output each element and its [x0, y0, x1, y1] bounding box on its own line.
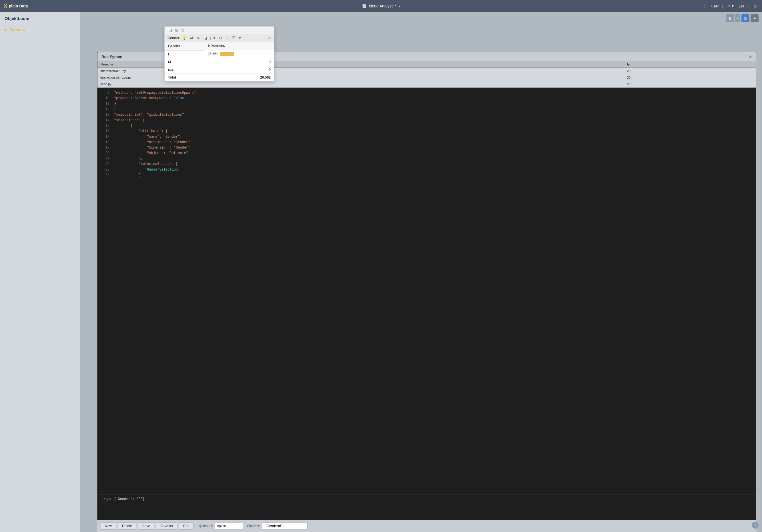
panel-close-button[interactable]: ✕: [749, 55, 752, 59]
code-line: 9 "method": "setPropagateSelectionsUpwar…: [98, 90, 756, 96]
save-as-button[interactable]: Save as: [156, 522, 177, 530]
code-line: 11 },: [98, 101, 756, 106]
popup-tab-bar-chart[interactable]: 📊: [167, 28, 173, 33]
popup-title: Gender: [168, 36, 180, 40]
navbar: X plain Data 📄 Neue Analyse * ▾ ⌂ user |…: [0, 0, 762, 12]
output-text: args: {'Gender': 'F'}: [102, 497, 145, 501]
gender-na-value: 0: [204, 66, 274, 73]
code-line: 24 ]: [98, 172, 756, 178]
total-row: Total 26.562: [165, 73, 274, 81]
popup-list-button[interactable]: ☰: [231, 35, 236, 40]
popup-tab-table[interactable]: ⊞: [174, 28, 179, 33]
gender-f-label: F: [165, 50, 204, 58]
new-button[interactable]: New: [101, 522, 116, 530]
popup-toolbar: 📊 ⊞ ▽: [165, 27, 274, 34]
main-layout: Objektbaum ▶ Patients 🗑 ▾ S + 📊 ⊞ ▽ G: [0, 12, 762, 532]
gender-f-bar: [220, 52, 234, 56]
popup-plus-button[interactable]: ⊕: [225, 35, 230, 40]
file-date-cell: 20: [624, 68, 756, 74]
gender-na-label: n.a.: [165, 66, 204, 73]
gender-m-value: 0: [204, 58, 274, 66]
delete-button[interactable]: 🗑: [726, 14, 734, 22]
pip-input[interactable]: [215, 523, 243, 529]
sidebar-header: Objektbaum: [0, 12, 80, 25]
pip-label: pip install:: [197, 524, 213, 528]
gender-f-value: 26.562: [204, 50, 274, 58]
nav-separator2: |: [747, 4, 748, 8]
sidebar: Objektbaum ▶ Patients: [0, 12, 80, 532]
content-area: 🗑 ▾ S + 📊 ⊞ ▽ Gender 💡 ⇄ % 📊 |: [80, 12, 762, 532]
save-button[interactable]: Save: [138, 522, 154, 530]
sidebar-item-label: Patients: [9, 28, 25, 32]
popup-list-dropdown[interactable]: ▾: [238, 35, 242, 40]
popup-lightbulb-button[interactable]: 💡: [181, 35, 188, 40]
total-label: Total: [165, 73, 204, 81]
nav-lang-label: EN: [739, 4, 744, 8]
navbar-right: ⌂ user | ≡ ▾ EN | ⊕: [702, 3, 759, 9]
add-button[interactable]: +: [751, 14, 759, 22]
doc-title[interactable]: Neue Analyse *: [369, 4, 397, 8]
s-button[interactable]: S: [741, 14, 749, 22]
dropdown-button[interactable]: ▾: [735, 14, 740, 22]
nav-separator: |: [722, 4, 723, 8]
app-logo: X plain Data: [3, 2, 28, 10]
popup-table: Gender # Patients ▾ F: [165, 42, 274, 81]
run-button[interactable]: Run: [179, 522, 193, 530]
code-line: 15 {: [98, 123, 756, 129]
code-line: 10 "propagateSelectionsUpward": False: [98, 96, 756, 101]
file-name-cell: echo.py: [98, 81, 624, 88]
popup-minus-button[interactable]: ⊖: [218, 35, 223, 40]
logo-x: X: [3, 2, 8, 10]
code-line: 18 "attribute": "Gender",: [98, 140, 756, 145]
code-line: 21 },: [98, 156, 756, 162]
bottom-toolbar: New Delete Save Save as Run pip install:…: [97, 520, 756, 532]
popup-header-bar: Gender 💡 ⇄ % 📊 | ▾ ⊖ ⊕ ☰ ▾ — ✕: [165, 34, 274, 42]
info-button[interactable]: ℹ: [752, 522, 759, 529]
popup-col-gender: Gender: [165, 42, 204, 50]
file-col-date: la: [624, 61, 756, 68]
popup-header-left: Gender 💡 ⇄ % 📊 | ▾ ⊖ ⊕ ☰ ▾ —: [168, 35, 249, 40]
sidebar-item-patients[interactable]: ▶ Patients: [0, 25, 80, 34]
doc-dropdown-icon[interactable]: ▾: [399, 5, 400, 8]
col-sort-button[interactable]: ▾: [224, 44, 225, 48]
code-line: 22 "selectedStates": [: [98, 162, 756, 167]
popup-close-button[interactable]: ✕: [268, 36, 271, 40]
delete-file-button[interactable]: Delete: [118, 522, 136, 530]
code-line: 13 "selectionSet": "globalSelections",: [98, 112, 756, 118]
top-actions: 🗑 ▾ S +: [723, 12, 762, 25]
options-label: Options:: [247, 524, 260, 528]
popup-percent-button[interactable]: %: [196, 36, 200, 40]
popup-refresh-button[interactable]: ⇄: [189, 35, 194, 40]
popup-minimize-button[interactable]: —: [244, 35, 249, 40]
file-list-row[interactable]: echo.py 20: [98, 81, 756, 88]
nav-user-label: user: [712, 4, 719, 8]
nav-profile-button[interactable]: ⊕: [752, 3, 759, 9]
doc-icon: 📄: [362, 4, 367, 8]
code-line: 17 "name": "Gender",: [98, 134, 756, 140]
code-editor[interactable]: 9 "method": "setPropagateSelectionsUpwar…: [98, 88, 756, 495]
table-row: n.a. 0: [165, 66, 274, 73]
code-line: 16 "attribute": {: [98, 129, 756, 134]
home-button[interactable]: ⌂: [702, 3, 708, 9]
file-date-cell: 20: [624, 74, 756, 81]
code-line: 12 {: [98, 107, 756, 112]
popup-chart-button[interactable]: 📊: [202, 35, 208, 40]
popup-tab-filter[interactable]: ▽: [180, 28, 185, 33]
code-line: 20 "object": "Patients": [98, 151, 756, 156]
table-row: F 26.562: [165, 50, 274, 58]
file-date-cell: 20: [624, 81, 756, 88]
panel-header-icons: ⛶ ✕: [743, 55, 752, 59]
navbar-center: 📄 Neue Analyse * ▾: [362, 4, 400, 8]
panel-title: Run Python: [102, 55, 122, 59]
options-input[interactable]: [262, 523, 308, 529]
gender-m-label: M: [165, 58, 204, 66]
popup-toolbar-dropdown[interactable]: ▾: [213, 35, 216, 40]
panel-fullscreen-button[interactable]: ⛶: [743, 55, 747, 59]
code-line: 23 GenderSelection: [98, 167, 756, 172]
code-line: 19 "dimension": "Gender",: [98, 145, 756, 151]
gender-popup: 📊 ⊞ ▽ Gender 💡 ⇄ % 📊 | ▾ ⊖ ⊕ ☰ ▾: [164, 26, 274, 82]
nav-list-button[interactable]: ≡ ▾: [726, 3, 735, 9]
sidebar-arrow-icon: ▶: [5, 28, 7, 32]
popup-col-patients: # Patients ▾: [204, 42, 274, 50]
run-python-panel: Run Python ⛶ ✕ filename la: [97, 52, 756, 521]
